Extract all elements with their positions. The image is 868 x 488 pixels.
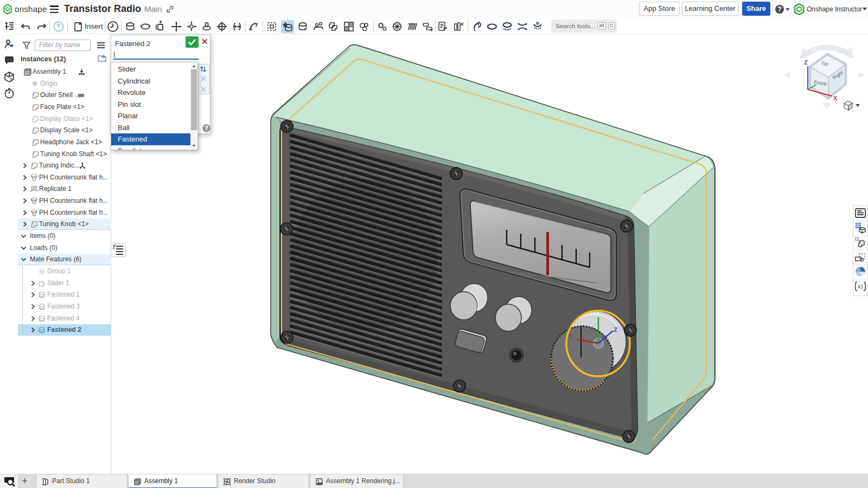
svg-text:?: ? <box>10 77 13 82</box>
svg-text:Z: Z <box>614 326 617 333</box>
svg-text:x: x <box>857 283 861 290</box>
svg-text:): ) <box>861 284 863 290</box>
svg-text:X: X <box>833 95 838 101</box>
svg-text:X: X <box>569 333 573 339</box>
svg-text:Z: Z <box>804 59 808 66</box>
